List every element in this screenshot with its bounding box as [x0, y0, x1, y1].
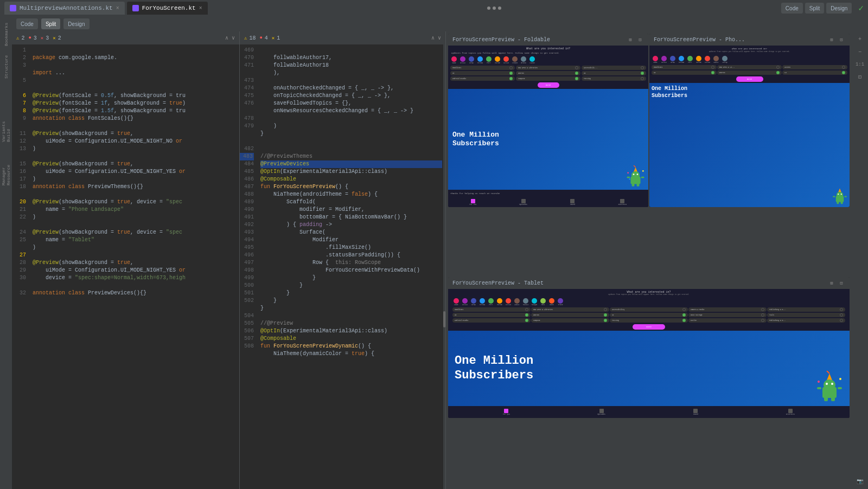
- avatar-chip-1: Cabe: [450, 56, 458, 64]
- android-mascot-phone: [832, 186, 847, 207]
- filter-accessibility: Accessibili...: [582, 66, 646, 70]
- tab-multipreview-label: MultipreviewAnnotations.kt: [20, 5, 113, 11]
- scrollbar-track-right[interactable]: [443, 44, 445, 489]
- done-btn-foldable[interactable]: Done: [538, 82, 559, 88]
- foldable-screen: What are you interested in? Updates from…: [448, 46, 648, 207]
- split-btn-label: Split: [46, 21, 56, 27]
- avatar-circle-2: [460, 56, 465, 62]
- line-numbers-right: 469 470 471 473 474 475 476 478 479 482: [240, 44, 257, 489]
- phone-celeb-line1: One Million: [652, 85, 847, 92]
- preview-phone-icon2[interactable]: ⊡: [838, 36, 845, 43]
- tablet-nav-saved[interactable]: Saved: [693, 409, 698, 415]
- filter-headlines: Headlines: [450, 66, 515, 70]
- filter-wearos-check: ✓: [575, 72, 578, 75]
- tab-foryouscreen-close[interactable]: ×: [199, 5, 202, 11]
- zoom-in-btn[interactable]: +: [854, 34, 865, 44]
- preview-card-foldable-header: ForYouScreenPreview - Foldable ⊞ ⊡: [448, 34, 648, 46]
- tablet-nav-interests[interactable]: Interests: [786, 409, 795, 415]
- done-btn-phone[interactable]: Done: [736, 76, 763, 82]
- preview-phone-icon1[interactable]: ⊞: [828, 36, 835, 43]
- preview-card-tablet-header: ForYouScreenPreview - Tablet ⊞ ⊡: [448, 277, 850, 289]
- bottom-nav-foldable: For You Episodes Saved: [448, 197, 648, 207]
- phone-filter-access: Access: [782, 65, 847, 69]
- tablet-nav-episodes[interactable]: Episodes: [598, 409, 605, 415]
- phone-filter-ui: UI ✓: [652, 70, 717, 75]
- phone-filter-new-apis: New APIs & Li...: [717, 65, 782, 69]
- editor-warnings-right: ⚠ 18 ● 4 ✕ 1: [244, 35, 280, 41]
- right-split-btn[interactable]: Split: [805, 3, 824, 14]
- screen-title-foldable: What are you interested in?: [450, 47, 646, 50]
- filter-ui-check: ✓: [509, 72, 513, 75]
- tab-foryouscreen-label: ForYouScreen.kt: [142, 5, 196, 11]
- avatar-circle-8: [512, 56, 518, 62]
- done-btn-tablet[interactable]: Done: [633, 324, 665, 330]
- dot-2: [493, 7, 496, 10]
- code-content-right[interactable]: 469 470 471 473 474 475 476 478 479 482: [240, 44, 445, 489]
- split-btn[interactable]: Split: [41, 18, 60, 29]
- nav-interests[interactable]: Interests: [618, 199, 627, 205]
- preview-foldable-icon1[interactable]: ⊞: [627, 36, 634, 43]
- avatar-chip-10: Clean: [528, 56, 536, 64]
- right-design-btn[interactable]: Design: [826, 3, 852, 14]
- svg-rect-30: [824, 397, 828, 401]
- nav-saved[interactable]: Saved: [570, 199, 575, 205]
- resource-manager-icon[interactable]: Resource Manager: [1, 170, 11, 180]
- zoom-out-btn[interactable]: −: [854, 47, 865, 57]
- tab-multipreview[interactable]: MultipreviewAnnotations.kt ×: [4, 2, 125, 15]
- code-editor-left: ⚠ 2 ● 3 ✕ 3 ✕ 2 ∧ ∨ 1 2 3: [12, 31, 240, 489]
- scrollbar-thumb-right[interactable]: [443, 311, 445, 327]
- code-btn[interactable]: Code: [16, 18, 38, 29]
- tablet-filter-row2: UI✓ WearOS✓ UI✓ Data Storage Tools: [448, 312, 850, 318]
- preview-tablet-icon1[interactable]: ⊞: [828, 279, 835, 287]
- preview-card-tablet: ForYouScreenPreview - Tablet ⊞ ⊡ What ar…: [448, 277, 850, 418]
- nav-arrows-right[interactable]: ∧ ∨: [431, 35, 441, 41]
- tablet-celeb-line2: Subscribers: [455, 369, 533, 383]
- phone-celeb-line2: Subscribers: [652, 92, 847, 99]
- svg-rect-12: [629, 178, 630, 180]
- preview-foldable-icon2[interactable]: ⊡: [636, 36, 644, 43]
- phone-avatar-2: Droid: [660, 56, 668, 63]
- nav-episodes[interactable]: Episodes: [519, 199, 527, 205]
- tablet-screen: What are you interested in? Updates from…: [448, 289, 850, 418]
- editors-split: ⚠ 2 ● 3 ✕ 3 ✕ 2 ∧ ∨ 1 2 3: [12, 31, 868, 489]
- filter-compose: Compose ✓: [516, 76, 580, 81]
- svg-point-3: [631, 171, 640, 179]
- design-btn[interactable]: Design: [63, 18, 89, 29]
- sidebar-build-icon[interactable]: Build Variants: [1, 127, 11, 137]
- svg-rect-21: [841, 202, 843, 204]
- code-editor-right: ⚠ 18 ● 4 ✕ 1 ∧ ∨ 469 470 471: [240, 31, 446, 489]
- android-mascot-tablet: [816, 371, 843, 406]
- tablet-avatar-row: Cabe Droid Draw Thread Perf Horam Corout…: [448, 297, 850, 307]
- svg-rect-19: [844, 196, 846, 197]
- avatar-chip-2: Droid: [459, 56, 467, 64]
- nav-arrows-left[interactable]: ∧ ∨: [225, 35, 235, 41]
- kt-icon-2: [132, 5, 139, 11]
- tablet-screen-title: What are you interested in? Updates from…: [448, 289, 850, 297]
- tab-foryouscreen[interactable]: ForYouScreen.kt ×: [127, 2, 208, 15]
- svg-rect-20: [837, 202, 839, 204]
- preview-tablet-icon2[interactable]: ⊡: [838, 279, 845, 287]
- avatar-chip-9: Brand: [520, 56, 527, 64]
- svg-rect-6: [627, 177, 630, 178]
- sidebar-bookmark-icon[interactable]: Bookmarks: [1, 29, 11, 39]
- svg-point-17: [841, 194, 842, 195]
- code-lines-right[interactable]: follwableAuthor17, follwableAuthor18 ), …: [257, 44, 445, 489]
- preview-card-phone-icons: ⊞ ⊡: [828, 36, 845, 43]
- editor-warnings-left: ⚠ 2 ● 3 ✕ 3 ✕ 2: [16, 35, 61, 41]
- sidebar-structure-icon[interactable]: Structure: [1, 62, 11, 72]
- svg-point-10: [627, 172, 629, 173]
- svg-rect-9: [637, 183, 640, 186]
- filter-testing: Testing: [582, 76, 646, 81]
- code-lines-left[interactable]: package com.google.sample. import ... @P…: [29, 44, 239, 489]
- code-content-left[interactable]: 1 2 3 5 6 7 8 9 11 12 13: [12, 44, 239, 489]
- tablet-nav-foryou[interactable]: For you: [503, 409, 510, 415]
- nav-foryou[interactable]: For You: [470, 199, 477, 205]
- svg-point-27: [831, 383, 833, 385]
- svg-rect-28: [817, 387, 821, 389]
- tablet-filter-row1: Headlines New APIs & Libraries Accessibi…: [448, 307, 850, 312]
- fit-btn[interactable]: ⊡: [854, 72, 865, 82]
- tab-multipreview-close[interactable]: ×: [116, 5, 119, 11]
- right-code-btn[interactable]: Code: [781, 3, 803, 14]
- camera-btn[interactable]: 📷: [854, 476, 865, 487]
- avatar-chip-7: Corout: [502, 56, 510, 64]
